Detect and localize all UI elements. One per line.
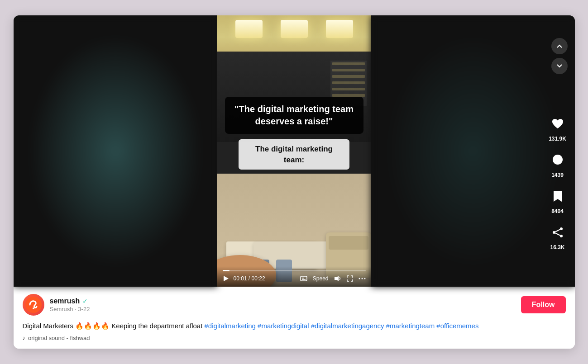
progress-fill xyxy=(223,270,230,271)
more-button[interactable] xyxy=(359,278,366,279)
info-panel: semrush ✓ Semrush · 3-22 Follow Digital … xyxy=(14,287,575,349)
video-wrapper: "The digital marketing team deserves a r… xyxy=(14,15,575,287)
like-count: 131.9K xyxy=(549,136,566,142)
action-bar: 131.9K 1439 8404 16.3K xyxy=(548,114,568,251)
avatar[interactable] xyxy=(23,294,44,316)
left-blur-panel xyxy=(14,15,217,287)
hashtag-marketingdigital[interactable]: #marketingdigital xyxy=(258,322,309,330)
speech-bubble: "The digital marketing team deserves a r… xyxy=(225,97,363,134)
svg-point-6 xyxy=(361,278,363,279)
svg-marker-0 xyxy=(224,276,229,281)
time-display: 00:01 / 00:22 xyxy=(234,275,296,282)
bookmark-button[interactable]: 8404 xyxy=(548,186,568,214)
hashtag-digitalmarketingagency[interactable]: #digitalmarketingagency xyxy=(311,322,384,330)
right-blur-panel xyxy=(371,15,575,287)
nav-arrows xyxy=(551,38,568,74)
creator-row: semrush ✓ Semrush · 3-22 Follow xyxy=(23,294,566,316)
caption: Digital Marketers 🔥🔥🔥🔥 Keeping the depar… xyxy=(23,321,566,331)
play-button[interactable] xyxy=(223,275,229,282)
tiktok-player: "The digital marketing team deserves a r… xyxy=(14,15,575,349)
sound-label: original sound - fishwad xyxy=(28,335,90,341)
creator-info: semrush ✓ Semrush · 3-22 xyxy=(50,297,516,312)
creator-sub: Semrush · 3-22 xyxy=(50,306,516,312)
like-button[interactable]: 131.9K xyxy=(548,114,568,142)
sound-row[interactable]: ♪ original sound - fishwad xyxy=(23,335,566,341)
share-button[interactable]: 16.3K xyxy=(548,222,568,251)
ceiling-light xyxy=(281,20,308,38)
video-controls: 00:01 / 00:22 Speed xyxy=(217,266,371,287)
fullscreen-button[interactable] xyxy=(347,275,353,282)
creator-name: semrush xyxy=(50,297,80,305)
video-center[interactable]: "The digital marketing team deserves a r… xyxy=(217,15,371,287)
svg-point-11 xyxy=(560,235,563,237)
svg-point-12 xyxy=(553,231,555,234)
nav-up-button[interactable] xyxy=(551,38,568,54)
follow-button[interactable]: Follow xyxy=(521,296,566,313)
svg-point-8 xyxy=(553,155,563,165)
svg-line-13 xyxy=(555,229,560,232)
hashtag-officememes[interactable]: #officememes xyxy=(436,322,478,330)
volume-button[interactable] xyxy=(334,275,341,282)
share-icon xyxy=(548,222,568,242)
comment-icon xyxy=(548,150,568,170)
bookmark-icon xyxy=(548,186,568,206)
caption-text: Digital Marketers 🔥🔥🔥🔥 Keeping the depar… xyxy=(23,322,203,330)
ceiling-light xyxy=(235,20,263,38)
ceiling-light xyxy=(326,20,353,38)
hashtag-marketingteam[interactable]: #marketingteam xyxy=(386,322,435,330)
heart-icon xyxy=(548,114,568,134)
svg-point-16 xyxy=(33,307,34,309)
nav-down-button[interactable] xyxy=(551,58,568,74)
svg-rect-1 xyxy=(301,276,307,281)
music-icon: ♪ xyxy=(23,335,26,341)
svg-point-15 xyxy=(25,297,42,313)
subtitle-box: The digital marketing team: xyxy=(239,139,349,170)
hashtag-digitalmarketing[interactable]: #digitalmarketing xyxy=(205,322,256,330)
svg-line-14 xyxy=(555,233,560,235)
bookmark-count: 8404 xyxy=(551,208,564,214)
progress-bar[interactable] xyxy=(223,270,366,271)
svg-point-5 xyxy=(359,278,360,279)
comment-count: 1439 xyxy=(551,172,564,178)
video-text-overlays: "The digital marketing team deserves a r… xyxy=(225,97,363,170)
verified-icon: ✓ xyxy=(82,298,88,305)
share-count: 16.3K xyxy=(550,244,564,251)
svg-point-10 xyxy=(560,227,563,230)
svg-marker-4 xyxy=(335,276,339,281)
svg-point-7 xyxy=(364,278,365,279)
caption-button[interactable] xyxy=(300,275,307,282)
speed-button[interactable]: Speed xyxy=(313,275,329,282)
comment-button[interactable]: 1439 xyxy=(548,150,568,178)
